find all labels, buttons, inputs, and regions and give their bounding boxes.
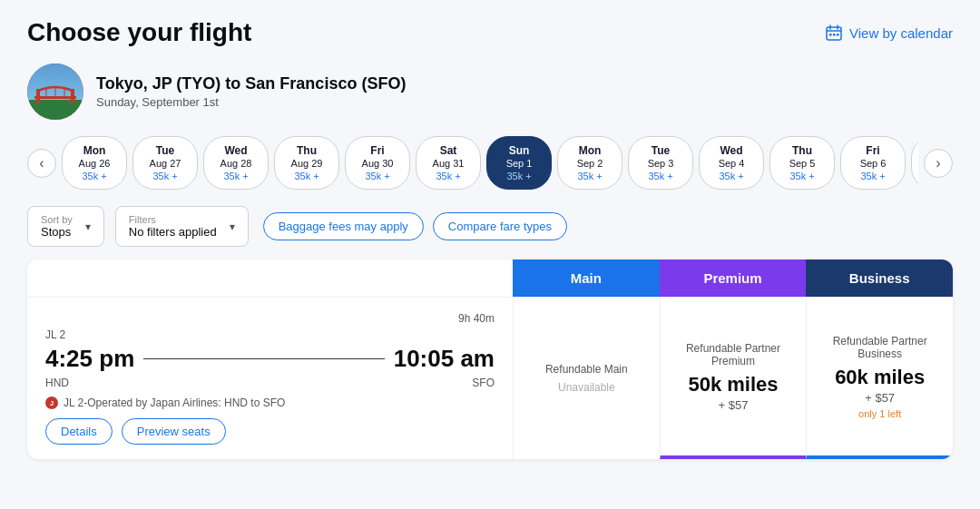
flight-section: Main Premium Business 9h 40m JL 2 4:25 p… <box>27 259 953 459</box>
filter-chevron-icon: ▾ <box>230 220 235 233</box>
day-price: 35k + <box>82 171 106 181</box>
date-scroll-row: ‹ Mon Aug 26 35k + Tue Aug 27 35k + Wed … <box>27 136 953 190</box>
date-pill-fri-aug30[interactable]: Fri Aug 30 35k + <box>345 136 410 190</box>
day-price: 35k + <box>436 171 460 181</box>
day-name: Tue <box>652 144 670 157</box>
date-pill-tue-aug27[interactable]: Tue Aug 27 35k + <box>132 136 198 190</box>
day-name: Mon <box>579 144 602 157</box>
view-calendar-button[interactable]: View by calendar <box>825 24 953 42</box>
day-price: 35k + <box>365 171 389 181</box>
destination-airport: SFO <box>472 377 495 389</box>
date-pill-mon-sep2[interactable]: Mon Sep 2 35k + <box>557 136 622 190</box>
scroll-right-button[interactable]: › <box>924 149 953 178</box>
day-date: Aug 31 <box>433 158 465 169</box>
premium-miles: 50k miles <box>688 373 778 396</box>
day-name: Wed <box>720 144 742 157</box>
header-row: Choose your flight View by calendar <box>27 18 953 47</box>
day-price: 35k + <box>577 171 602 181</box>
fare-tabs: Main Premium Business <box>27 259 953 297</box>
sort-label: Sort by <box>41 214 73 225</box>
sort-dropdown[interactable]: Sort by Stops ▾ <box>27 206 104 247</box>
fare-cell-premium[interactable]: Refundable Partner Premium 50k miles + $… <box>660 298 807 459</box>
date-pill-sat-aug31[interactable]: Sat Aug 31 35k + <box>416 136 481 190</box>
tab-business[interactable]: Business <box>806 259 953 297</box>
day-date: Sep 5 <box>789 158 816 169</box>
controls-row: Sort by Stops ▾ Filters No filters appli… <box>27 206 953 247</box>
jal-logo: J <box>45 396 58 409</box>
flight-duration: 9h 40m <box>45 312 495 325</box>
svg-rect-11 <box>34 96 76 99</box>
tab-main[interactable]: Main <box>513 259 660 297</box>
airports-row: HND SFO <box>45 377 495 389</box>
arrive-time: 10:05 am <box>394 345 495 373</box>
airline-info: J JL 2-Operated by Japan Airlines: HND t… <box>45 396 495 409</box>
day-price: 35k + <box>223 171 248 181</box>
day-date: Sep 4 <box>719 158 745 169</box>
date-pill-thu-aug29[interactable]: Thu Aug 29 35k + <box>274 136 339 190</box>
day-price: 35k + <box>789 171 814 181</box>
day-name: Tue <box>156 144 174 157</box>
business-seats-left: only 1 left <box>858 408 901 419</box>
fare-cell-business[interactable]: Refundable Partner Business 60k miles + … <box>806 298 953 459</box>
flight-details-cell: 9h 40m JL 2 4:25 pm 10:05 am HND SFO J <box>27 298 513 459</box>
date-pill-mon-aug26[interactable]: Mon Aug 26 35k + <box>62 136 127 190</box>
svg-rect-8 <box>27 100 83 120</box>
day-price: 35k + <box>152 171 177 181</box>
premium-plus: + $57 <box>719 398 749 412</box>
day-price: 35k + <box>648 171 672 181</box>
day-price: 35k + <box>294 171 318 181</box>
day-name: Wed <box>224 144 247 157</box>
day-name: Thu <box>792 144 812 157</box>
page-container: Choose your flight View by calendar <box>0 0 980 509</box>
day-name: Fri <box>370 144 384 157</box>
calendar-icon <box>825 24 843 42</box>
fare-cell-main[interactable]: Refundable Main Unavailable <box>513 298 660 459</box>
flight-number: JL 2 <box>45 328 65 341</box>
day-name: Thu <box>297 144 317 157</box>
date-pills-container: Mon Aug 26 35k + Tue Aug 27 35k + Wed Au… <box>62 136 918 190</box>
page-title: Choose your flight <box>27 18 251 47</box>
date-pill-sat-sep7[interactable]: Sat Sep 7 35k + <box>911 136 918 190</box>
filter-dropdown[interactable]: Filters No filters applied ▾ <box>115 206 249 247</box>
flight-info-row: Tokyo, JP (TYO) to San Francisco (SFO) S… <box>27 64 953 120</box>
flight-action-buttons: Details Preview seats <box>45 418 495 445</box>
business-miles: 60k miles <box>835 366 925 389</box>
day-name: Sat <box>440 144 457 157</box>
fare-tab-empty <box>27 259 513 297</box>
depart-time: 4:25 pm <box>45 345 134 373</box>
flight-route: Tokyo, JP (TYO) to San Francisco (SFO) <box>96 74 406 93</box>
action-buttons: Baggage fees may apply Compare fare type… <box>263 212 567 240</box>
destination-image <box>27 64 83 120</box>
main-unavailable: Unavailable <box>558 381 615 394</box>
scroll-left-button[interactable]: ‹ <box>27 149 56 178</box>
details-button[interactable]: Details <box>45 418 113 445</box>
baggage-fees-button[interactable]: Baggage fees may apply <box>263 212 424 240</box>
day-name: Mon <box>83 144 106 157</box>
day-price: 35k + <box>860 171 885 181</box>
day-price: 35k + <box>719 171 743 181</box>
main-fare-label: Refundable Main <box>545 363 628 376</box>
sort-chevron-icon: ▾ <box>85 220 91 233</box>
premium-fare-label: Refundable Partner Premium <box>670 342 798 367</box>
date-pill-wed-sep4[interactable]: Wed Sep 4 35k + <box>699 136 764 190</box>
day-date: Aug 28 <box>220 158 252 169</box>
preview-seats-button[interactable]: Preview seats <box>122 418 226 445</box>
svg-rect-4 <box>829 34 832 36</box>
day-date: Sep 3 <box>648 158 674 169</box>
origin-airport: HND <box>45 377 69 389</box>
airline-info-text: JL 2-Operated by Japan Airlines: HND to … <box>64 396 285 409</box>
date-pill-tue-sep3[interactable]: Tue Sep 3 35k + <box>628 136 693 190</box>
day-date: Sep 1 <box>506 158 533 169</box>
tab-premium[interactable]: Premium <box>660 259 807 297</box>
filter-label: Filters <box>129 214 217 225</box>
flight-text: Tokyo, JP (TYO) to San Francisco (SFO) S… <box>96 74 406 109</box>
date-pill-thu-sep5[interactable]: Thu Sep 5 35k + <box>769 136 835 190</box>
day-date: Aug 30 <box>362 158 394 169</box>
day-date: Aug 29 <box>291 158 323 169</box>
time-line <box>143 358 384 360</box>
day-price: 35k + <box>506 171 531 181</box>
date-pill-wed-aug28[interactable]: Wed Aug 28 35k + <box>203 136 269 190</box>
compare-fare-button[interactable]: Compare fare types <box>433 212 567 240</box>
date-pill-sun-sep1[interactable]: Sun Sep 1 35k + <box>486 136 552 190</box>
date-pill-fri-sep6[interactable]: Fri Sep 6 35k + <box>840 136 906 190</box>
